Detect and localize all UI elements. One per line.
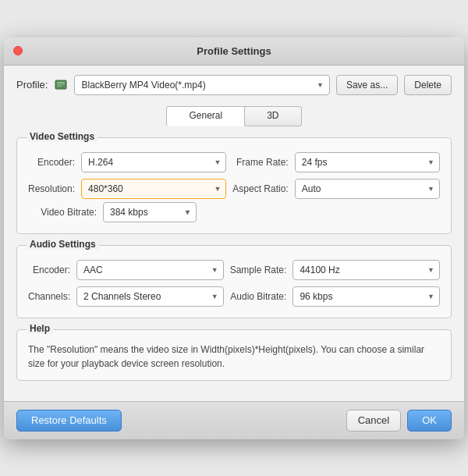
video-settings-grid: Encoder: H.264 MPEG-4 H.265 Frame Rate: … (28, 152, 440, 199)
frame-rate-label: Frame Rate: (232, 157, 288, 168)
aspect-ratio-select-wrapper: Auto 4:3 16:9 (295, 179, 440, 199)
channels-label: Channels: (28, 291, 70, 302)
encoder-select-wrapper: H.264 MPEG-4 H.265 (81, 152, 226, 172)
profile-settings-dialog: Profile Settings Profile: BlackBerry MP4… (4, 37, 464, 439)
svg-rect-3 (57, 86, 62, 87)
channels-select[interactable]: 2 Channels Stereo 1 Channel Mono (76, 286, 224, 307)
sample-rate-select[interactable]: 44100 Hz 22050 Hz 48000 Hz (292, 260, 440, 280)
audio-settings-section: Audio Settings Encoder: AAC MP3 OGG Samp… (16, 245, 452, 318)
aspect-ratio-label: Aspect Ratio: (232, 183, 288, 194)
tabs: General 3D (16, 106, 452, 126)
profile-row: Profile: BlackBerry MP4 Video(*.mp4) iPh… (16, 75, 452, 95)
video-bitrate-select-wrapper: 384 kbps 512 kbps 768 kbps 1024 kbps ▼ (103, 202, 197, 222)
help-title: Help (27, 323, 53, 334)
profile-icon (54, 78, 68, 92)
frame-rate-select-wrapper: 24 fps 30 fps 60 fps (295, 152, 440, 172)
footer: Restore Defaults Cancel OK (4, 401, 464, 439)
save-as-button[interactable]: Save as... (336, 75, 398, 95)
resolution-select-wrapper: 480*360 720*480 1280*720 (81, 179, 226, 199)
profile-select-wrapper: BlackBerry MP4 Video(*.mp4) iPhone MP4 V… (74, 75, 329, 95)
restore-defaults-button[interactable]: Restore Defaults (16, 410, 122, 432)
cancel-button[interactable]: Cancel (346, 410, 401, 432)
video-settings-section: Video Settings Encoder: H.264 MPEG-4 H.2… (16, 137, 452, 234)
audio-encoder-select-wrapper: AAC MP3 OGG (76, 260, 224, 280)
close-button[interactable] (13, 46, 23, 55)
encoder-select[interactable]: H.264 MPEG-4 H.265 (81, 152, 226, 172)
audio-bitrate-select-wrapper: 96 kbps 128 kbps 192 kbps (292, 286, 440, 307)
video-bitrate-label: Video Bitrate: (28, 207, 97, 218)
audio-settings-title: Audio Settings (27, 239, 99, 250)
footer-right: Cancel OK (346, 410, 452, 432)
svg-rect-2 (57, 84, 65, 85)
profile-select[interactable]: BlackBerry MP4 Video(*.mp4) iPhone MP4 V… (74, 75, 329, 95)
tab-general[interactable]: General (166, 106, 245, 126)
titlebar: Profile Settings (4, 37, 464, 66)
profile-label: Profile: (16, 79, 48, 91)
video-bitrate-select[interactable]: 384 kbps 512 kbps 768 kbps 1024 kbps (103, 202, 197, 222)
help-section: Help The "Resolution" means the video si… (16, 329, 452, 381)
video-settings-title: Video Settings (27, 131, 98, 142)
audio-encoder-select[interactable]: AAC MP3 OGG (76, 260, 224, 280)
sample-rate-label: Sample Rate: (230, 265, 287, 275)
delete-button[interactable]: Delete (404, 75, 452, 95)
dialog-content: Profile: BlackBerry MP4 Video(*.mp4) iPh… (4, 66, 464, 401)
channels-select-wrapper: 2 Channels Stereo 1 Channel Mono (76, 286, 224, 307)
resolution-label: Resolution: (28, 183, 75, 194)
help-text: The "Resolution" means the video size in… (28, 343, 440, 371)
sample-rate-select-wrapper: 44100 Hz 22050 Hz 48000 Hz (292, 260, 440, 280)
svg-rect-1 (57, 82, 65, 83)
audio-encoder-label: Encoder: (28, 265, 70, 275)
tab-3d[interactable]: 3D (245, 106, 301, 126)
video-bitrate-row: Video Bitrate: 384 kbps 512 kbps 768 kbp… (28, 202, 440, 222)
audio-bitrate-label: Audio Bitrate: (230, 291, 287, 302)
aspect-ratio-select[interactable]: Auto 4:3 16:9 (295, 179, 440, 199)
frame-rate-select[interactable]: 24 fps 30 fps 60 fps (295, 152, 440, 172)
audio-settings-grid: Encoder: AAC MP3 OGG Sample Rate: 44100 … (28, 260, 440, 307)
ok-button[interactable]: OK (407, 410, 452, 432)
encoder-label: Encoder: (28, 157, 75, 168)
resolution-select[interactable]: 480*360 720*480 1280*720 (81, 179, 226, 199)
audio-bitrate-select[interactable]: 96 kbps 128 kbps 192 kbps (292, 286, 440, 307)
dialog-title: Profile Settings (197, 45, 271, 57)
